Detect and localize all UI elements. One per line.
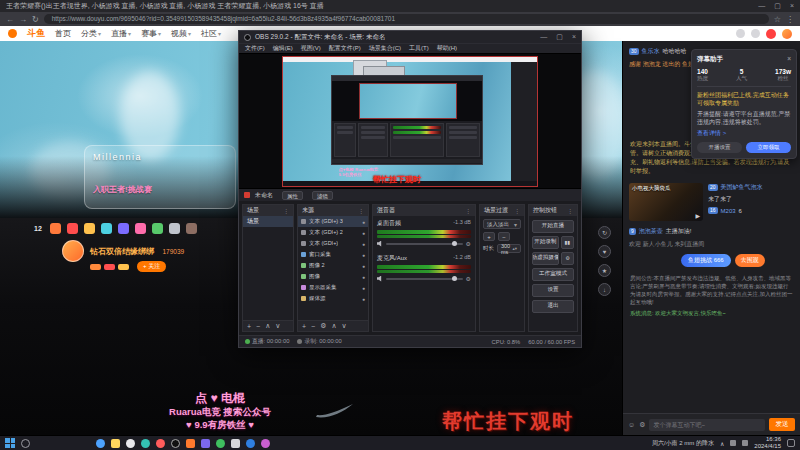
taskbar-app-icon[interactable] [96, 439, 105, 448]
forward-icon[interactable]: → [19, 15, 27, 24]
notification-center-icon[interactable] [787, 439, 795, 447]
menu-view[interactable]: 视图(V) [301, 44, 321, 53]
add-source-icon[interactable]: + [302, 323, 306, 330]
menu-edit[interactable]: 编辑(E) [273, 44, 293, 53]
channel-icon[interactable] [84, 223, 95, 234]
send-button[interactable]: 发送 [769, 418, 795, 431]
volume-icon[interactable] [742, 440, 748, 446]
taskbar-app-icon[interactable] [141, 439, 150, 448]
channel-gear-icon[interactable]: ⚙ [466, 275, 471, 282]
bookmark-star-icon[interactable]: ☆ [774, 15, 781, 24]
source-item[interactable]: 媒体源● [298, 293, 368, 304]
taskbar-app-icon[interactable] [201, 439, 210, 448]
menu-file[interactable]: 文件(F) [245, 44, 265, 53]
taskbar-obs-icon[interactable] [171, 439, 180, 448]
helper-settings-button[interactable]: 开播设置 [697, 142, 742, 153]
scene-down-icon[interactable]: ∨ [275, 322, 280, 330]
visibility-eye-icon[interactable]: ● [362, 230, 365, 236]
weather-widget[interactable]: 周六/小雨 2 mm 的降水 [652, 439, 714, 448]
source-item[interactable]: 显示器采集● [298, 282, 368, 293]
obs-minimize-button[interactable]: — [540, 33, 547, 41]
channel-icon[interactable] [186, 223, 197, 234]
spinner-arrows-icon[interactable]: ▴▾ [512, 247, 517, 251]
back-icon[interactable]: ← [6, 15, 14, 24]
nav-item-video[interactable]: 视频▾ [171, 28, 191, 39]
taskbar-app-icon[interactable] [231, 439, 240, 448]
properties-button[interactable]: 属性 [282, 191, 303, 200]
network-icon[interactable] [730, 440, 736, 446]
visibility-eye-icon[interactable]: ● [362, 219, 365, 225]
menu-tools[interactable]: 工具(T) [409, 44, 429, 53]
nav-history-icon[interactable] [751, 29, 760, 38]
menu-help[interactable]: 帮助(H) [437, 44, 457, 53]
taskbar-app-icon[interactable] [261, 439, 270, 448]
source-item[interactable]: 窗口采集● [298, 249, 368, 260]
window-maximize-button[interactable]: ▢ [774, 2, 781, 10]
speaker-icon[interactable] [377, 276, 383, 282]
close-icon[interactable]: × [787, 55, 791, 64]
channel-icon[interactable] [152, 223, 163, 234]
source-item[interactable]: 文本 (GDI+) 2● [298, 227, 368, 238]
scene-tab-label[interactable]: 未命名 [255, 191, 273, 200]
obs-close-button[interactable]: × [572, 33, 576, 41]
obs-preview[interactable]: 点♥电棍 Ruarua电竞 9.9有房铁丝 帮忙挂下观时 [239, 53, 581, 189]
nav-item-community[interactable]: 社区▾ [201, 28, 221, 39]
exit-button[interactable]: 退出 [532, 300, 574, 313]
dock-menu-icon[interactable]: ⋮ [465, 207, 471, 214]
start-streaming-button[interactable]: 开始直播 [532, 220, 574, 233]
dock-menu-icon[interactable]: ⋮ [358, 207, 364, 214]
like-fab-icon[interactable]: ♥ [598, 245, 611, 258]
start-recording-button[interactable]: 开始录制 [532, 236, 559, 249]
nav-redpacket-icon[interactable] [766, 29, 776, 39]
dock-menu-icon[interactable]: ⋮ [283, 207, 289, 214]
window-minimize-button[interactable]: — [758, 2, 765, 10]
visibility-eye-icon[interactable]: ● [362, 285, 365, 291]
streamer-name[interactable]: 钻石双倍结缘绑绑 [90, 247, 154, 256]
settings-button[interactable]: 设置 [532, 284, 574, 297]
obs-titlebar[interactable]: OBS 29.0.2 - 配置文件: 未命名 - 场景: 未命名 — ▢ × [239, 31, 581, 43]
taskbar-folder-icon[interactable] [111, 439, 120, 448]
source-item[interactable]: 图像 2● [298, 260, 368, 271]
refresh-fab-icon[interactable]: ↻ [598, 226, 611, 239]
helper-detail-link[interactable]: 查看详情 > [697, 129, 791, 138]
taskbar-app-icon[interactable] [246, 439, 255, 448]
favorite-fab-icon[interactable]: ★ [598, 264, 611, 277]
visibility-eye-icon[interactable]: ● [362, 274, 365, 280]
channel-icon[interactable] [135, 223, 146, 234]
tray-expand-icon[interactable]: ∧ [720, 440, 724, 447]
scene-up-icon[interactable]: ∧ [265, 322, 270, 330]
search-icon[interactable] [21, 439, 30, 448]
menu-scene-collection[interactable]: 场景集合(C) [369, 44, 401, 53]
start-button[interactable] [5, 438, 15, 448]
studio-mode-button[interactable]: 工作室模式 [532, 268, 574, 281]
taskbar-app-icon[interactable] [126, 439, 135, 448]
volume-slider[interactable] [386, 278, 463, 280]
visibility-eye-icon[interactable]: ● [362, 252, 365, 258]
banner-card[interactable]: Millennia 入职王者!挑战赛 [84, 145, 236, 209]
video-thumbnail-card[interactable]: 小电视大脑袋瓜 ▶ [629, 183, 703, 221]
source-up-icon[interactable]: ∧ [331, 322, 336, 330]
reload-icon[interactable]: ↻ [32, 15, 39, 24]
chat-input[interactable] [649, 419, 765, 431]
nav-message-icon[interactable] [736, 29, 745, 38]
download-fab-icon[interactable]: ↓ [598, 283, 611, 296]
scene-item[interactable]: 场景 [243, 216, 293, 227]
chat-settings-icon[interactable]: ⚙ [639, 421, 645, 429]
emoji-icon[interactable]: ☺ [628, 421, 635, 428]
source-item[interactable]: 文本 (GDI+) 3● [298, 216, 368, 227]
visibility-eye-icon[interactable]: ● [362, 241, 365, 247]
channel-icon[interactable] [67, 223, 78, 234]
virtual-camera-button[interactable]: 启动虚拟摄像机 [532, 252, 559, 265]
douyu-logo-text[interactable]: 斗鱼 [27, 27, 45, 40]
source-down-icon[interactable]: ∨ [342, 322, 347, 330]
nav-item-categories[interactable]: 分类▾ [81, 28, 101, 39]
browser-menu-icon[interactable]: ⋮ [786, 15, 794, 24]
nav-item-home[interactable]: 首页 [55, 28, 71, 39]
vcam-settings-gear-icon[interactable]: ⚙ [561, 252, 574, 265]
dock-menu-icon[interactable]: ⋮ [514, 207, 520, 214]
obs-maximize-button[interactable]: ▢ [556, 33, 563, 41]
nav-item-live[interactable]: 直播▾ [111, 28, 131, 39]
channel-icon[interactable] [118, 223, 129, 234]
clock[interactable]: 16:36 2024/4/15 [754, 436, 781, 450]
source-item[interactable]: 图像● [298, 271, 368, 282]
